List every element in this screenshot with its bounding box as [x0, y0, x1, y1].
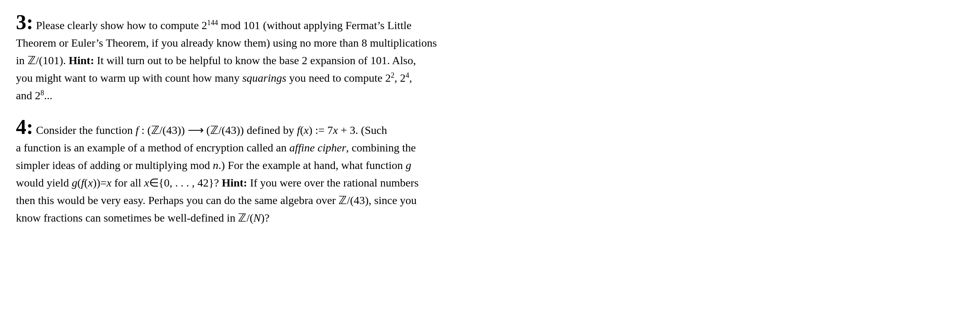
- problem-4-line-2: a function is an example of a method of …: [16, 139, 964, 156]
- problem-4-block: 4: Consider the function f : (ℤ/(43)) ⟶ …: [16, 117, 964, 226]
- problem-4-line-4: would yield g(f(x))=x for all x∈{0, . . …: [16, 175, 964, 191]
- problem-4-number: 4:: [16, 116, 33, 138]
- affine-cipher-italic: affine cipher: [289, 141, 346, 154]
- problem-3-line-3: in ℤ/(101). Hint: It will turn out to be…: [16, 52, 964, 69]
- squarings-italic: squarings: [242, 72, 286, 84]
- problem-4-line-5: then this would be very easy. Perhaps yo…: [16, 192, 964, 209]
- problem-4-hint-label: Hint:: [222, 177, 247, 189]
- problem-4-line-3: simpler ideas of adding or multiplying m…: [16, 157, 964, 174]
- problem-3-number: 3:: [16, 11, 33, 33]
- problem-3-block: 3: Please clearly show how to compute 21…: [16, 12, 964, 104]
- problem-4-line-1: 4: Consider the function f : (ℤ/(43)) ⟶ …: [16, 117, 964, 139]
- problem-4-text-1: Consider the function f : (ℤ/(43)) ⟶ (ℤ/…: [36, 124, 387, 136]
- problem-3-line-4: you might want to warm up with count how…: [16, 70, 964, 86]
- problem-3-line-1: 3: Please clearly show how to compute 21…: [16, 12, 964, 34]
- problem-4-line-6: know fractions can sometimes be well-def…: [16, 210, 964, 226]
- problem-3-line-5: and 28...: [16, 87, 964, 104]
- problem-3-hint-label: Hint:: [69, 54, 94, 67]
- problem-3-text-1: Please clearly show how to compute 2144 …: [36, 19, 411, 31]
- problem-3-line-2: Theorem or Euler’s Theorem, if you alrea…: [16, 35, 964, 51]
- page-content: 3: Please clearly show how to compute 21…: [16, 12, 964, 226]
